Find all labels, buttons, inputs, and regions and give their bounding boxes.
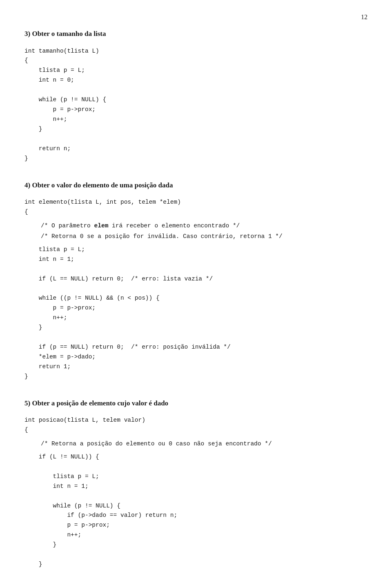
- section-4-title: Obter o valor do elemento de uma posição…: [32, 181, 173, 189]
- section-5-number: 5): [24, 399, 30, 407]
- section-3-code: int tamanho(tlista L) { tlista p = L; in…: [24, 47, 368, 164]
- section-4-number: 4): [24, 181, 30, 189]
- section-5-comment1: /* Retorna a posição do elemento ou 0 ca…: [24, 439, 368, 449]
- section-4-comment2: /* Retorna 0 se a posição for inválida. …: [24, 232, 368, 242]
- section-4-body: tlista p = L; int n = 1; if (L == NULL) …: [24, 245, 368, 382]
- section-4-header: 4) Obter o valor do elemento de uma posi…: [24, 180, 368, 191]
- section-5-signature: int posicao(tlista L, telem valor) {: [24, 416, 368, 435]
- section-5-body: if (L != NULL)) { tlista p = L; int n = …: [24, 452, 368, 574]
- section-4-comment1: /* O parâmetro elem irá receber o elemen…: [24, 221, 368, 231]
- section-3-title: Obter o tamanho da lista: [32, 30, 106, 38]
- section-3-number: 3): [24, 30, 30, 38]
- section-5-header: 5) Obter a posição de elemento cujo valo…: [24, 398, 368, 409]
- section-3: 3) Obter o tamanho da lista int tamanho(…: [24, 29, 368, 164]
- section-5-title: Obter a posição de elemento cujo valor é…: [32, 399, 168, 407]
- section-5: 5) Obter a posição de elemento cujo valo…: [24, 398, 368, 574]
- section-4: 4) Obter o valor do elemento de uma posi…: [24, 180, 368, 382]
- section-3-header: 3) Obter o tamanho da lista: [24, 29, 368, 39]
- page-number: 12: [361, 12, 368, 22]
- section-4-signature: int elemento(tlista L, int pos, telem *e…: [24, 198, 368, 217]
